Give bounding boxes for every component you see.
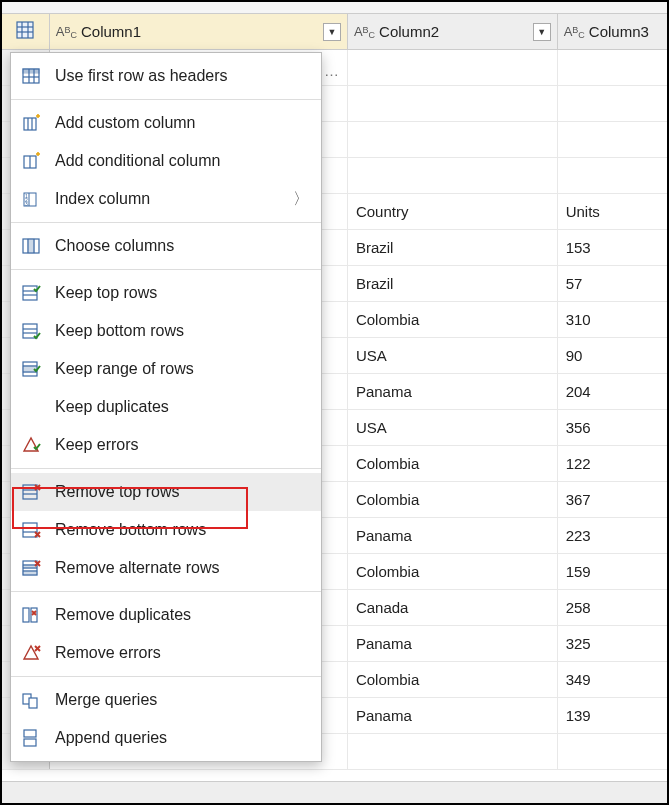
toolbar-stub [2,2,667,14]
remove-bottom-rows-icon [19,518,43,542]
menu-remove-alternate-rows[interactable]: Remove alternate rows [11,549,321,587]
menu-label: Keep range of rows [55,360,194,378]
cell-col2[interactable]: Colombia [348,482,558,517]
menu-label: Use first row as headers [55,67,228,85]
cell-col2[interactable]: USA [348,338,558,373]
menu-keep-duplicates[interactable]: Keep duplicates [11,388,321,426]
cell-col3[interactable] [558,50,667,85]
cell-col3[interactable] [558,122,667,157]
menu-keep-bottom-rows[interactable]: Keep bottom rows [11,312,321,350]
menu-index-column[interactable]: 123 Index column 〉 [11,180,321,218]
keep-bottom-rows-icon [19,319,43,343]
cell-col3[interactable]: 139 [558,698,667,733]
cell-col2[interactable]: Brazil [348,230,558,265]
cell-col2[interactable] [348,86,558,121]
cell-col2[interactable]: Country [348,194,558,229]
cell-col3[interactable]: 223 [558,518,667,553]
svg-rect-6 [23,69,39,73]
cell-col3[interactable]: 159 [558,554,667,589]
cell-col3[interactable]: 258 [558,590,667,625]
remove-top-rows-icon [19,480,43,504]
cell-col2[interactable]: Colombia [348,446,558,481]
column-filter-button[interactable]: ▼ [323,23,341,41]
table-header-icon [19,64,43,88]
cell-col3[interactable]: 122 [558,446,667,481]
cell-col2[interactable] [348,50,558,85]
menu-label: Keep duplicates [55,398,169,416]
column-header-label: Column1 [81,23,141,40]
cell-col2[interactable] [348,158,558,193]
cell-col3[interactable] [558,734,667,769]
table-corner-button[interactable] [2,14,50,49]
cell-col3[interactable]: 204 [558,374,667,409]
cell-col2[interactable]: Panama [348,698,558,733]
cell-col3[interactable]: Units [558,194,667,229]
add-column-icon [19,111,43,135]
menu-remove-bottom-rows[interactable]: Remove bottom rows [11,511,321,549]
index-column-icon: 123 [19,187,43,211]
column-headers: ABC Column1 ▼ ABC Column2 ▼ ABC Column3 [2,14,667,50]
svg-rect-66 [24,730,36,737]
cell-col2[interactable]: Panama [348,518,558,553]
submenu-chevron-icon: 〉 [293,189,309,210]
column-header-3[interactable]: ABC Column3 [558,14,667,49]
menu-keep-range-of-rows[interactable]: Keep range of rows [11,350,321,388]
svg-rect-39 [23,485,37,499]
menu-add-custom-column[interactable]: Add custom column [11,104,321,142]
cell-col3[interactable]: 310 [558,302,667,337]
menu-label: Remove alternate rows [55,559,220,577]
menu-remove-duplicates[interactable]: Remove duplicates [11,596,321,634]
append-queries-icon [19,726,43,750]
blank-icon [19,395,43,419]
menu-remove-errors[interactable]: Remove errors [11,634,321,672]
menu-add-conditional-column[interactable]: Add conditional column [11,142,321,180]
app-frame: ABC Column1 ▼ ABC Column2 ▼ ABC Column3 … [0,0,669,805]
svg-rect-28 [23,286,37,300]
cell-col3[interactable]: 57 [558,266,667,301]
cell-col2[interactable]: Brazil [348,266,558,301]
menu-keep-errors[interactable]: Keep errors [11,426,321,464]
cell-col2[interactable]: Panama [348,374,558,409]
svg-rect-10 [24,118,36,130]
menu-label: Keep bottom rows [55,322,184,340]
cell-col2[interactable]: USA [348,410,558,445]
menu-append-queries[interactable]: Append queries [11,719,321,757]
menu-label: Keep errors [55,436,139,454]
cell-col3[interactable] [558,86,667,121]
cell-col2[interactable]: Canada [348,590,558,625]
cell-col2[interactable]: Colombia [348,662,558,697]
svg-rect-0 [17,22,33,38]
svg-text:3: 3 [25,201,28,207]
cell-col3[interactable]: 90 [558,338,667,373]
menu-merge-queries[interactable]: Merge queries [11,681,321,719]
text-type-icon: ABC [564,24,585,39]
menu-remove-top-rows[interactable]: Remove top rows [11,473,321,511]
overflow-ellipsis: … [324,62,339,79]
menu-use-first-row-as-headers[interactable]: Use first row as headers [11,57,321,95]
menu-choose-columns[interactable]: Choose columns [11,227,321,265]
keep-errors-icon [19,433,43,457]
table-context-menu: Use first row as headers Add custom colu… [10,52,322,762]
cell-col2[interactable] [348,734,558,769]
menu-separator [11,468,321,469]
cell-col3[interactable]: 356 [558,410,667,445]
menu-keep-top-rows[interactable]: Keep top rows [11,274,321,312]
menu-label: Add conditional column [55,152,220,170]
menu-label: Remove bottom rows [55,521,206,539]
column-filter-button[interactable]: ▼ [533,23,551,41]
cell-col2[interactable]: Panama [348,626,558,661]
cell-col3[interactable]: 153 [558,230,667,265]
text-type-icon: ABC [56,24,77,39]
column-header-2[interactable]: ABC Column2 ▼ [348,14,558,49]
cell-col2[interactable] [348,122,558,157]
cell-col3[interactable]: 349 [558,662,667,697]
cell-col2[interactable]: Colombia [348,302,558,337]
keep-top-rows-icon [19,281,43,305]
cell-col3[interactable] [558,158,667,193]
column-header-1[interactable]: ABC Column1 ▼ [50,14,348,49]
menu-separator [11,222,321,223]
cell-col3[interactable]: 367 [558,482,667,517]
menu-label: Keep top rows [55,284,157,302]
cell-col3[interactable]: 325 [558,626,667,661]
cell-col2[interactable]: Colombia [348,554,558,589]
